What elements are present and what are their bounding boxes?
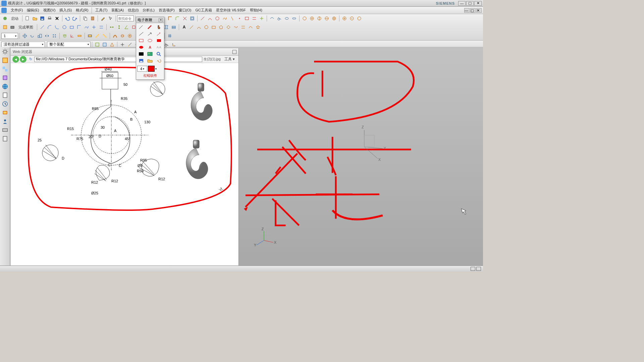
menu-prefs[interactable]: 首选项(P)	[157, 7, 177, 13]
menu-tools[interactable]: 工具(T)	[93, 7, 109, 13]
curve-star-icon[interactable]	[255, 24, 261, 31]
pattern-icon[interactable]	[51, 33, 58, 39]
finish-sketch-label[interactable]: 完成草图	[16, 24, 36, 31]
sk-rect-icon[interactable]	[68, 24, 75, 31]
forward-button[interactable]: ►	[20, 56, 26, 63]
nav-history-icon[interactable]	[2, 101, 8, 107]
nav-clip-icon[interactable]	[2, 135, 8, 142]
mdi-close[interactable]: ✕	[476, 8, 482, 13]
arrow-draw-icon[interactable]	[146, 31, 154, 37]
curve-offset-icon[interactable]	[240, 24, 247, 31]
grid-icon[interactable]	[166, 33, 173, 39]
menu-help[interactable]: 帮助(H)	[248, 7, 264, 13]
open-icon[interactable]	[32, 15, 38, 22]
curve-line-icon[interactable]	[188, 24, 195, 31]
slot-icon[interactable]	[291, 15, 298, 22]
save-ann-icon[interactable]	[137, 58, 145, 64]
measure-icon[interactable]	[76, 33, 83, 39]
copy-icon[interactable]	[82, 15, 89, 22]
shell-icon[interactable]	[189, 15, 196, 22]
arrow2-icon[interactable]	[155, 31, 163, 37]
mdi-minimize[interactable]: —	[464, 8, 470, 13]
magnify-icon[interactable]	[155, 51, 163, 57]
open-ann-icon[interactable]	[146, 58, 154, 64]
paste-icon[interactable]	[89, 15, 96, 22]
sphere-icon[interactable]	[301, 15, 308, 22]
start-icon[interactable]	[2, 15, 8, 22]
surf-thicken-icon[interactable]	[170, 24, 177, 31]
ring-circle-icon[interactable]	[356, 15, 363, 22]
nav-reuse-icon[interactable]	[2, 109, 8, 116]
curve-circle-icon[interactable]	[203, 24, 210, 31]
pointer-icon[interactable]	[107, 15, 114, 22]
curve-arc-icon[interactable]	[196, 24, 202, 31]
graphics-viewport[interactable]: Z Y X Z X Y	[239, 48, 483, 265]
status-icon-2[interactable]	[476, 267, 481, 271]
spline-tool-icon[interactable]	[221, 15, 228, 22]
nav-asm-icon[interactable]	[2, 66, 8, 72]
dim-quick-icon[interactable]	[108, 24, 115, 31]
block-icon[interactable]	[331, 15, 337, 22]
rect-tool-icon[interactable]	[244, 15, 250, 22]
line-draw-icon[interactable]	[137, 31, 145, 37]
meas-target-icon[interactable]	[126, 33, 133, 39]
marker-icon[interactable]	[146, 24, 154, 30]
ellipse-tool-icon[interactable]	[283, 15, 290, 22]
curve-bridge-icon[interactable]	[247, 24, 254, 31]
sk-fillet-icon[interactable]	[76, 24, 83, 31]
sk-point-icon[interactable]	[91, 24, 97, 31]
color-select[interactable]	[148, 66, 155, 72]
menu-gctools[interactable]: GC工具箱	[193, 7, 214, 13]
cancel-icon[interactable]	[54, 15, 60, 22]
ellipse-fill-icon[interactable]	[137, 44, 145, 50]
nav-hd-icon[interactable]	[2, 127, 8, 133]
sk-circle-icon[interactable]	[61, 24, 68, 31]
meas-arc-icon[interactable]	[112, 33, 118, 39]
pointer-hand-icon[interactable]	[155, 24, 163, 30]
menu-file[interactable]: 文件(F)	[9, 7, 25, 13]
torus-icon[interactable]	[323, 15, 330, 22]
filter-combo[interactable]: 没有选择过滤器▾	[1, 42, 45, 48]
curve-wave-icon[interactable]	[232, 24, 239, 31]
line-tool-icon[interactable]	[199, 15, 206, 22]
sketch-rect-icon[interactable]	[9, 24, 16, 31]
curve-poly-icon[interactable]	[218, 24, 224, 31]
dot-circle-icon[interactable]	[348, 15, 355, 22]
nav-globe-icon[interactable]	[2, 83, 8, 90]
back-button[interactable]: ◄	[12, 56, 19, 63]
sk-arc2-icon[interactable]	[54, 24, 60, 31]
curve-rect-icon[interactable]	[210, 24, 217, 31]
cylinder-icon[interactable]	[309, 15, 315, 22]
menu-assembly[interactable]: 装配(A)	[109, 7, 126, 13]
sk-spline-icon[interactable]	[83, 24, 90, 31]
number-combo[interactable]: 1▾	[1, 33, 18, 39]
point-tool-icon[interactable]	[236, 15, 243, 22]
nav-role-icon[interactable]	[2, 118, 8, 125]
minimize-button[interactable]: —	[458, 1, 466, 6]
menu-insert[interactable]: 插入(S)	[57, 7, 74, 13]
dim-angle-icon[interactable]	[123, 24, 130, 31]
url-input[interactable]: file:///D:/Windows 7 Documents/Desktop/潮…	[34, 57, 202, 62]
mdi-restore[interactable]: ▢	[470, 8, 476, 13]
assembly-combo[interactable]: 整个装配▾	[47, 42, 91, 48]
tools-dropdown[interactable]: 工具 ▾	[222, 56, 237, 63]
dim-vert-icon[interactable]	[116, 24, 122, 31]
text-a-icon[interactable]: A	[146, 44, 154, 50]
drawing-viewport[interactable]: Ø40 Ø50	[11, 63, 238, 265]
curve-diamond-icon[interactable]	[225, 24, 232, 31]
trim-icon[interactable]	[181, 15, 188, 22]
nav-part-icon[interactable]	[2, 57, 8, 64]
menu-plugin[interactable]: 星空外挂 V6.935F	[214, 7, 248, 13]
palette-title-bar[interactable]: 电子教鞭 ✕	[136, 17, 164, 23]
menu-view[interactable]: 视图(V)	[41, 7, 58, 13]
meas-1-icon[interactable]	[87, 33, 93, 39]
gear-icon[interactable]	[2, 48, 8, 55]
menu-info[interactable]: 信息(I)	[126, 7, 141, 13]
menu-window[interactable]: 窗口(O)	[177, 7, 194, 13]
fillet-icon[interactable]	[167, 15, 173, 22]
palette-close-button[interactable]: ✕	[159, 18, 163, 22]
rotate-icon[interactable]	[29, 33, 36, 39]
menu-analysis[interactable]: 分析(L)	[141, 7, 156, 13]
pencil-draw-icon[interactable]	[137, 24, 145, 30]
sk-arc-icon[interactable]	[46, 24, 53, 31]
